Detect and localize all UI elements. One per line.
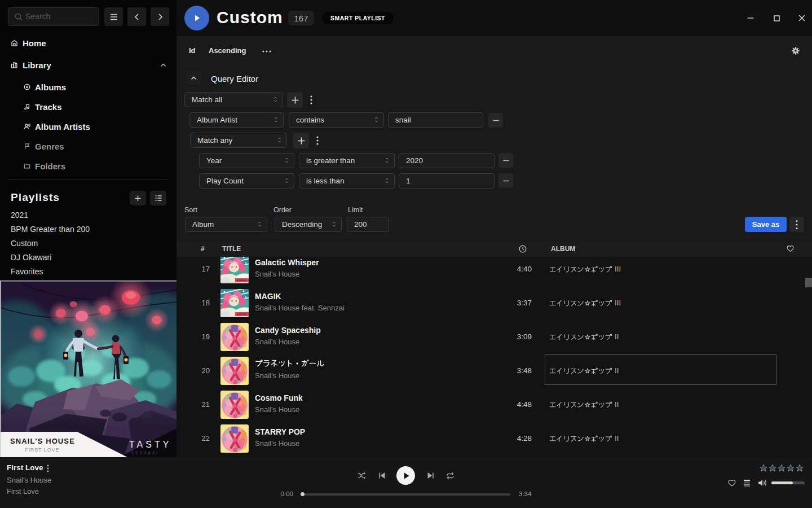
svg-text:TASTY: TASTY — [129, 440, 171, 449]
svg-text:FIRST LOVE: FIRST LOVE — [25, 447, 59, 453]
svg-text:ЭSTПAXI: ЭSTПAXI — [131, 451, 160, 455]
svg-text:SNAIL'S HOUSE: SNAIL'S HOUSE — [10, 437, 75, 445]
